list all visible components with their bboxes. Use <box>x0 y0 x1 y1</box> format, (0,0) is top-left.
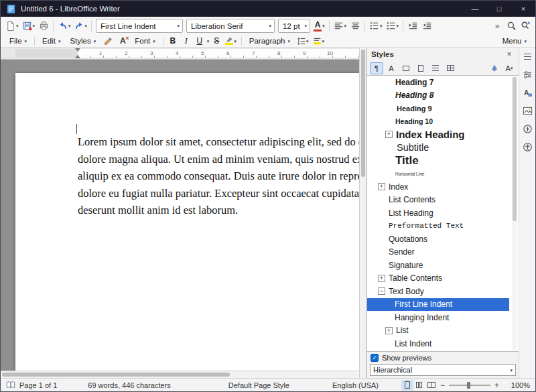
dropdown-arrow-icon[interactable]: ▾ <box>344 23 347 28</box>
style-item-first-line-indent[interactable]: First Line Indent <box>367 298 509 312</box>
character-styles-tab[interactable]: A <box>385 62 398 74</box>
style-item-heading-9[interactable]: Heading 9 <box>367 102 509 115</box>
horizontal-ruler[interactable]: 1 2 3 4 5 6 7 8 9 10 <box>1 48 359 60</box>
style-item-preformatted-text[interactable]: Preformatted Text <box>367 220 509 233</box>
styles-list-scrollbar[interactable] <box>512 76 517 350</box>
style-item-quotations[interactable]: Quotations <box>367 233 509 246</box>
style-item-list-heading[interactable]: List Heading <box>367 206 509 220</box>
style-item-text-body[interactable]: −Text Body <box>367 285 509 298</box>
style-item-index[interactable]: +Index <box>367 180 509 194</box>
font-menu[interactable]: Font ▾ <box>131 36 159 47</box>
frame-styles-tab[interactable] <box>399 62 413 74</box>
styles-deck-button[interactable]: A <box>521 86 533 99</box>
text-line[interactable]: dolore eu fugiat nulla pariatur. Excepte… <box>78 185 359 202</box>
text-line[interactable]: Lorem ipsum dolor sit amet, consectetur … <box>78 133 359 151</box>
page-style[interactable]: Default Page Style <box>228 381 289 389</box>
increase-indent-button[interactable] <box>406 19 419 34</box>
expander-icon[interactable]: + <box>378 275 385 282</box>
zoom-slider-thumb[interactable] <box>467 382 470 389</box>
show-previews-checkbox[interactable]: ✓ <box>371 354 379 362</box>
edit-menu[interactable]: Edit ▾ <box>38 36 64 47</box>
properties-deck-button[interactable] <box>521 68 533 80</box>
paragraph-style-combo[interactable]: First Line Indent ▾ <box>96 19 183 33</box>
paragraph-styles-tab[interactable]: ¶ <box>370 62 383 74</box>
text-line[interactable]: dolore magna aliqua. Ut enim ad minim ve… <box>78 151 359 168</box>
style-item-title[interactable]: Title <box>367 154 509 168</box>
dropdown-arrow-icon[interactable]: ▾ <box>68 23 71 28</box>
dropdown-arrow-icon[interactable]: ▾ <box>322 23 325 28</box>
horizontal-scrollbar[interactable] <box>1 371 359 378</box>
horizontal-scrollbar-thumb[interactable] <box>2 373 230 377</box>
style-item-table-contents[interactable]: +Table Contents <box>367 272 509 285</box>
underline-button[interactable]: U <box>194 36 206 47</box>
minimize-button[interactable]: — <box>463 1 487 17</box>
dropdown-arrow-icon[interactable]: ▾ <box>511 66 513 70</box>
font-size-combo[interactable]: 12 pt ▾ <box>278 19 310 33</box>
dropdown-arrow-icon[interactable]: ▾ <box>234 39 237 44</box>
word-count[interactable]: 69 words, 446 characters <box>88 381 171 389</box>
expander-icon[interactable]: + <box>378 183 385 190</box>
new-document-button[interactable]: ▾ <box>4 19 20 34</box>
new-style-from-selection-button[interactable]: A▾ <box>503 62 516 74</box>
strikethrough-button[interactable]: S <box>210 36 222 47</box>
styles-menu[interactable]: Styles ▾ <box>66 36 100 47</box>
find-button[interactable] <box>505 19 518 34</box>
line-spacing-button[interactable]: ▾ <box>295 36 310 47</box>
align-left-button[interactable]: ▾ <box>332 19 348 34</box>
highlight-color-button[interactable]: ▾ <box>224 36 238 47</box>
accessibility-check-button[interactable] <box>521 141 533 153</box>
menu-button[interactable]: Menu ▾ <box>498 36 531 47</box>
style-item-list-contents[interactable]: List Contents <box>367 194 509 207</box>
text-language[interactable]: English (USA) <box>332 381 379 389</box>
bold-button[interactable]: B <box>167 36 179 47</box>
find-and-replace-button[interactable] <box>519 19 532 34</box>
bullet-list-button[interactable]: ▾ <box>368 19 384 34</box>
style-item-horizontal-line[interactable]: Horizontal Line <box>367 168 509 181</box>
toolbar-overflow-button[interactable]: » <box>490 19 504 34</box>
close-button[interactable]: × <box>511 1 535 17</box>
font-color-button[interactable]: A ▾ <box>312 19 326 34</box>
save-button[interactable]: ▾ <box>21 19 37 34</box>
navigator-deck-button[interactable] <box>521 123 533 135</box>
style-filter-dropdown[interactable]: Hierarchical ▾ <box>370 364 516 376</box>
style-item-signature[interactable]: Signature <box>367 259 509 272</box>
single-page-view-button[interactable] <box>401 380 413 391</box>
page-count[interactable]: Page 1 of 1 <box>19 381 57 389</box>
dropdown-arrow-icon[interactable]: ▾ <box>322 39 325 44</box>
zoom-level[interactable]: 100% <box>507 381 530 389</box>
style-item-subtitle[interactable]: Subtitle <box>367 141 509 155</box>
maximize-button[interactable]: □ <box>487 1 511 17</box>
dropdown-arrow-icon[interactable]: ▾ <box>305 23 308 28</box>
expander-icon[interactable]: + <box>385 327 393 334</box>
left-indent-marker[interactable] <box>75 55 80 58</box>
list-styles-tab[interactable] <box>429 62 442 74</box>
dropdown-arrow-icon[interactable]: ▾ <box>380 23 383 28</box>
dropdown-arrow-icon[interactable]: ▾ <box>269 23 272 28</box>
styles-list[interactable]: Heading 7 Heading 8 Heading 9 Heading 10… <box>367 75 519 352</box>
style-item-heading-8[interactable]: Heading 8 <box>367 89 509 103</box>
style-item-sender[interactable]: Sender <box>367 246 509 259</box>
style-item-marginalia[interactable]: Marginalia <box>367 350 509 352</box>
expander-icon[interactable]: + <box>385 131 393 138</box>
zoom-in-button[interactable]: + <box>492 381 502 390</box>
dropdown-arrow-icon[interactable]: ▾ <box>397 23 399 28</box>
redo-button[interactable]: ▾ <box>73 19 89 34</box>
dropdown-arrow-icon[interactable]: ▾ <box>85 23 88 28</box>
expander-icon[interactable]: − <box>378 287 385 295</box>
styles-list-scrollbar-thumb[interactable] <box>513 77 517 221</box>
book-view-button[interactable] <box>425 380 438 391</box>
font-name-combo[interactable]: Liberation Serif ▾ <box>186 19 275 33</box>
undo-button[interactable]: ▾ <box>56 19 72 34</box>
numbered-list-button[interactable]: ▾ <box>385 19 401 34</box>
first-line-indent-marker[interactable] <box>75 48 80 52</box>
dropdown-arrow-icon[interactable]: ▾ <box>33 23 36 28</box>
text-line[interactable]: deserunt mollit anim id est laborum. <box>78 202 359 219</box>
align-center-button[interactable] <box>348 19 362 34</box>
style-item-list[interactable]: +List <box>367 324 509 338</box>
table-styles-tab[interactable] <box>444 62 457 74</box>
style-item-heading-10[interactable]: Heading 10 <box>367 115 509 129</box>
page-styles-tab[interactable] <box>414 62 427 74</box>
paragraph-text[interactable]: Lorem ipsum dolor sit amet, consectetur … <box>78 133 359 219</box>
style-item-list-indent[interactable]: List Indent <box>367 337 509 350</box>
style-item-index-heading[interactable]: +Index Heading <box>367 128 509 141</box>
